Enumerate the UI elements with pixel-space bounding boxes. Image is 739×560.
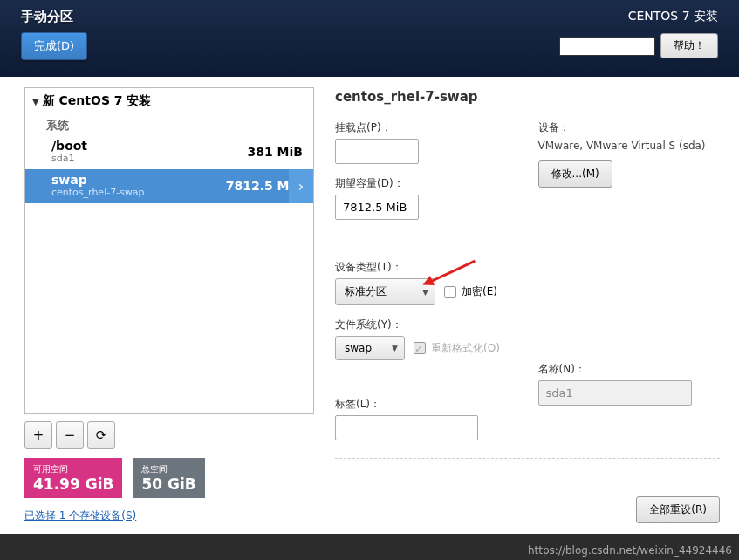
encrypt-checkbox[interactable] bbox=[444, 286, 456, 298]
total-space-box: 总空间 50 GiB bbox=[133, 458, 204, 498]
separator bbox=[335, 458, 720, 459]
name-label: 名称(N)： bbox=[538, 362, 721, 377]
tag-input[interactable] bbox=[335, 415, 478, 440]
install-title: CENTOS 7 安装 bbox=[628, 9, 718, 24]
reformat-checkbox: ✓ bbox=[414, 342, 426, 354]
available-space-box: 可用空间 41.99 GiB bbox=[24, 458, 122, 498]
device-label: 设备： bbox=[538, 120, 721, 135]
encrypt-label: 加密(E) bbox=[462, 284, 497, 299]
partition-size: 381 MiB bbox=[248, 145, 304, 159]
capacity-label: 期望容量(D)： bbox=[335, 176, 517, 191]
partition-row-swap[interactable]: swap centos_rhel-7-swap 7812.5 MiB › bbox=[25, 169, 313, 203]
filesystem-select[interactable]: swap bbox=[335, 336, 405, 360]
encrypt-checkbox-row[interactable]: 加密(E) bbox=[444, 284, 497, 299]
partition-name: swap bbox=[51, 173, 145, 187]
available-value: 41.99 GiB bbox=[33, 475, 113, 493]
done-button[interactable]: 完成(D) bbox=[21, 32, 87, 60]
partition-tree: ▼ 新 CentOS 7 安装 系统 /boot sda1 381 MiB sw… bbox=[24, 87, 314, 414]
chevron-right-icon: › bbox=[289, 169, 313, 203]
keyboard-icon: ⌨ bbox=[567, 40, 581, 51]
total-label: 总空间 bbox=[141, 463, 195, 475]
tree-root[interactable]: ▼ 新 CentOS 7 安装 bbox=[25, 88, 313, 114]
keyboard-layout: cn bbox=[586, 40, 599, 52]
device-type-select[interactable]: 标准分区 bbox=[335, 278, 435, 305]
partition-row-boot[interactable]: /boot sda1 381 MiB bbox=[25, 135, 313, 169]
name-input bbox=[538, 380, 692, 406]
storage-devices-link[interactable]: 已选择 1 个存储设备(S) bbox=[24, 509, 314, 523]
refresh-button[interactable]: ⟳ bbox=[87, 421, 115, 449]
partition-name: /boot bbox=[51, 139, 87, 153]
detail-title: centos_rhel-7-swap bbox=[335, 89, 720, 105]
watermark: https://blog.csdn.net/weixin_44924446 bbox=[528, 544, 732, 557]
section-label: 系统 bbox=[25, 114, 313, 135]
mount-input[interactable] bbox=[335, 139, 419, 164]
keyboard-indicator[interactable]: ⌨ cn bbox=[559, 37, 655, 56]
tree-root-label: 新 CentOS 7 安装 bbox=[43, 93, 152, 109]
reformat-label: 重新格式化(O) bbox=[431, 341, 500, 356]
available-label: 可用空间 bbox=[33, 463, 113, 475]
capacity-input[interactable] bbox=[335, 195, 419, 220]
page-title: 手动分区 bbox=[21, 9, 87, 25]
modify-button[interactable]: 修改...(M) bbox=[538, 160, 612, 188]
add-partition-button[interactable]: + bbox=[24, 421, 52, 449]
filesystem-label: 文件系统(Y)： bbox=[335, 318, 517, 332]
device-text: VMware, VMware Virtual S (sda) bbox=[538, 139, 721, 154]
reformat-checkbox-row: ✓ 重新格式化(O) bbox=[414, 341, 500, 356]
device-type-label: 设备类型(T)： bbox=[335, 260, 517, 275]
partition-device: sda1 bbox=[51, 153, 87, 164]
mount-label: 挂载点(P)： bbox=[335, 120, 517, 135]
reset-all-button[interactable]: 全部重设(R) bbox=[636, 496, 720, 523]
collapse-icon: ▼ bbox=[32, 97, 39, 106]
remove-partition-button[interactable]: − bbox=[56, 421, 84, 449]
help-button[interactable]: 帮助！ bbox=[660, 33, 718, 58]
partition-device: centos_rhel-7-swap bbox=[51, 187, 145, 198]
tag-label: 标签(L)： bbox=[335, 397, 517, 412]
total-value: 50 GiB bbox=[141, 475, 195, 493]
